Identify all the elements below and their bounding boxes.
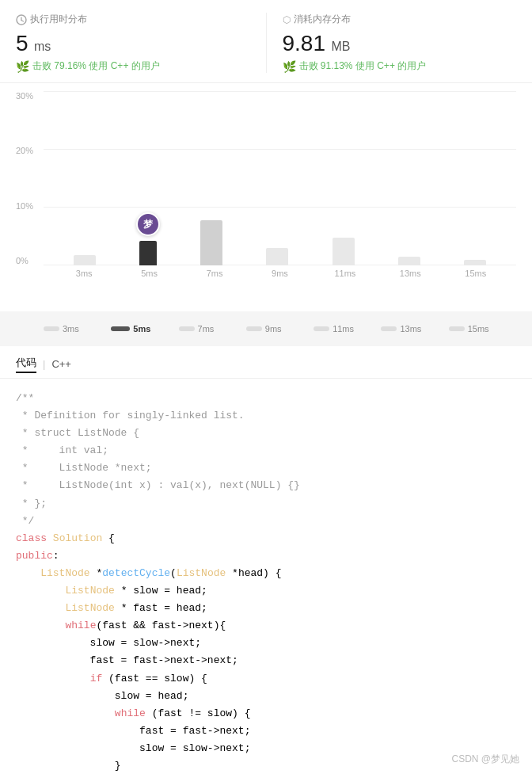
code-line-16: fast = fast->next->next; [16,652,516,669]
code-block: /** * Definition for singly-linked list.… [0,379,532,774]
timeline-label-7ms: 7ms [198,324,215,334]
code-line-19: while (fast != slow) { [16,705,516,723]
timeline-13ms[interactable]: 13ms [381,324,448,334]
x-label-11ms: 11ms [313,269,378,278]
time-label: 执行用时分布 [16,13,250,26]
bar-7ms [200,220,222,265]
timeline-3ms[interactable]: 3ms [44,324,111,334]
code-line-9: class Solution { [16,530,516,547]
flame-icon-memory: 🌿 [283,60,296,73]
code-line-18: slow = head; [16,688,516,705]
y-label-10: 10% [16,201,33,211]
code-line-8: */ [16,513,516,530]
timeline-dot-15ms [449,326,465,331]
x-label-7ms: 7ms [182,269,247,278]
code-line-21: slow = slow->next; [16,740,516,757]
user-avatar: 梦 [136,212,160,236]
x-label-15ms: 15ms [443,269,508,278]
bar-11ms [332,238,355,265]
bar-15ms [464,260,486,265]
code-line-1: /** [16,390,516,407]
code-line-14: while(fast && fast->next){ [16,617,516,635]
bar-11ms-rect [332,238,355,265]
bar-5ms-rect [139,241,157,265]
footer-text: CSDN @梦见她 [451,753,519,764]
memory-stat-block: ⬡ 消耗内存分布 9.81 MB 🌿 击败 91.13% 使用 C++ 的用户 [283,13,517,73]
bar-13ms-rect [398,257,420,265]
time-label-text: 执行用时分布 [30,13,87,26]
code-line-4: * int val; [16,442,516,459]
timeline-dot-7ms [179,326,195,331]
timeline-label-11ms: 11ms [332,324,354,334]
code-line-22: } [16,757,516,774]
x-label-13ms: 13ms [378,269,443,278]
tab-separator: | [43,358,45,370]
timeline-15ms[interactable]: 15ms [449,324,516,334]
clock-icon [16,14,27,25]
code-line-6: * ListNode(int x) : val(x), next(NULL) {… [16,477,516,494]
timeline-dot-11ms [314,326,329,331]
bar-7ms-rect [200,220,222,265]
timeline-label-5ms: 5ms [133,324,150,334]
flame-icon: 🌿 [16,60,29,73]
y-label-30: 30% [16,91,33,101]
tab-lang[interactable]: C++ [51,356,71,372]
code-line-2: * Definition for singly-linked list. [16,407,516,425]
timeline-label-13ms: 13ms [400,324,421,334]
y-label-20: 20% [16,146,33,155]
bars-container: 梦 [44,91,516,265]
code-line-15: slow = slow->next; [16,635,516,652]
timeline-strip: 3ms 5ms 7ms 9ms 11ms 13ms 15ms [0,311,532,346]
tab-code[interactable]: 代码 [16,354,36,373]
code-line-20: fast = fast->next; [16,723,516,740]
memory-beat: 🌿 击败 91.13% 使用 C++ 的用户 [283,59,517,73]
timeline-dot-9ms [246,326,262,331]
memory-label-text: 消耗内存分布 [294,13,351,26]
timeline-dot-5ms [111,326,130,331]
code-line-5: * ListNode *next; [16,459,516,477]
bar-3ms-rect [74,255,96,265]
timeline-label-3ms: 3ms [63,324,79,334]
chart-area: 梦 [44,91,516,265]
timeline-9ms[interactable]: 9ms [246,324,314,334]
time-beat: 🌿 击败 79.16% 使用 C++ 的用户 [16,59,250,73]
bar-9ms-rect [266,248,288,265]
code-line-3: * struct ListNode { [16,425,516,442]
timeline-dot-3ms [44,326,59,331]
memory-label: ⬡ 消耗内存分布 [283,13,517,26]
bar-9ms [266,248,288,265]
chart-y-labels: 30% 20% 10% 0% [16,91,33,265]
page-footer: CSDN @梦见她 [451,753,519,766]
bar-3ms [74,255,96,265]
code-line-10: public: [16,547,516,565]
time-value: 5 ms [16,31,250,56]
chart-section: 30% 20% 10% 0% 梦 [0,83,532,305]
bar-13ms [398,257,420,265]
time-stat-block: 执行用时分布 5 ms 🌿 击败 79.16% 使用 C++ 的用户 [16,13,250,73]
svg-line-2 [21,20,24,21]
code-line-11: ListNode *detectCycle(ListNode *head) { [16,565,516,582]
memory-value: 9.81 MB [283,31,517,56]
code-line-7: * }; [16,495,516,513]
timeline-label-9ms: 9ms [265,324,282,334]
x-label-3ms: 3ms [51,269,116,278]
x-labels: 3ms 5ms 7ms 9ms 11ms 13ms 15ms [44,269,516,278]
y-label-0: 0% [16,256,33,265]
code-line-13: ListNode * fast = head; [16,600,516,617]
stats-section: 执行用时分布 5 ms 🌿 击败 79.16% 使用 C++ 的用户 ⬡ 消耗内… [0,0,532,83]
x-label-5ms: 5ms [116,269,181,278]
bar-15ms-rect [464,260,486,265]
memory-icon: ⬡ [283,14,291,25]
x-label-9ms: 9ms [247,269,312,278]
stat-divider [266,13,267,73]
code-tabs: 代码 | C++ [0,346,532,379]
bar-5ms: 梦 [139,241,157,265]
timeline-11ms[interactable]: 11ms [314,324,381,334]
timeline-5ms[interactable]: 5ms [111,324,178,334]
timeline-dot-13ms [381,326,397,331]
code-line-17: if (fast == slow) { [16,670,516,688]
timeline-label-15ms: 15ms [468,324,489,334]
code-line-12: ListNode * slow = head; [16,582,516,600]
timeline-7ms[interactable]: 7ms [179,324,246,334]
